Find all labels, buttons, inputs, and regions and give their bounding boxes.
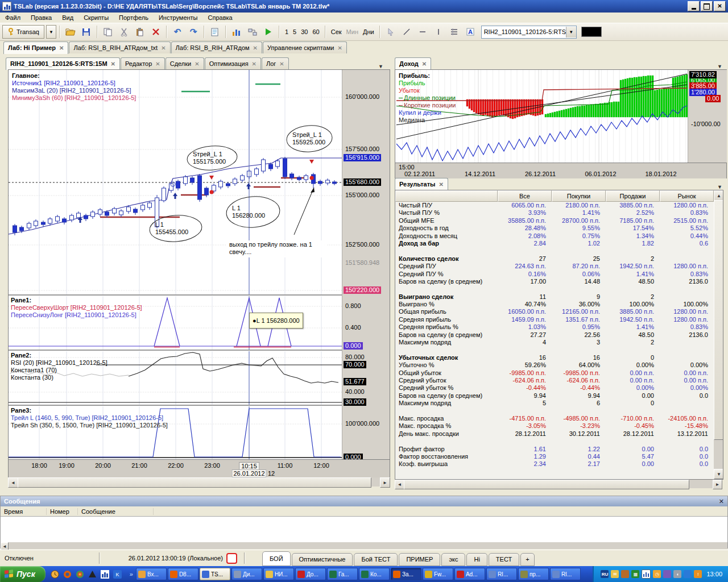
quick-launch-tslab-icon[interactable] (100, 569, 110, 579)
pane-separator[interactable] (9, 350, 390, 351)
undo-button[interactable]: ↶ (170, 24, 185, 39)
text-tool-button[interactable]: A (463, 24, 478, 39)
column-header-Все[interactable]: Все (498, 190, 552, 202)
close-icon[interactable]: ✕ (337, 45, 342, 51)
taskbar-button-1[interactable]: D8... (168, 568, 198, 580)
messages-column-1[interactable]: Номер (47, 508, 78, 515)
taskbar-button-0[interactable]: Вх... (136, 568, 167, 580)
table-row[interactable]: Средний убыток %-0.44%-0.44%0.00%0.00% (395, 384, 723, 392)
pane3-chart[interactable] (9, 405, 342, 459)
quick-launch-firefox-icon[interactable] (63, 569, 73, 579)
menu-item-5[interactable]: Инструменты (154, 13, 203, 22)
tray-sync-icon[interactable] (684, 570, 692, 578)
minimize-button[interactable] (688, 1, 700, 11)
agent-tab-5[interactable]: Hi (466, 553, 487, 566)
chevron-down-icon[interactable]: ▼ (374, 64, 388, 69)
delete-button[interactable] (148, 24, 163, 39)
agent-tab-6[interactable]: ТЕСТ (489, 553, 519, 566)
interval-button-30[interactable]: 30 (299, 27, 310, 36)
table-row[interactable]: Средний П/У224.63 п.п.87.20 п.п.1942.50 … (395, 263, 723, 270)
table-row[interactable]: Баров на сделку (в среднем)27.2722.5648.… (395, 331, 723, 339)
messages-column-2[interactable]: Сообщение (78, 508, 154, 515)
table-row[interactable]: Средний убыток-624.06 п.п.-624.06 п.п.0.… (395, 377, 723, 384)
results-vscrollbar[interactable]: ▲ ▼ (714, 190, 723, 479)
tab-results[interactable]: Результаты✕ (395, 178, 448, 190)
window-titlebar[interactable]: TSLab (версия 1.1.23.0:32bit) - D:\НЕ УД… (0, 0, 728, 13)
table-row[interactable]: Убыточных сделок16160 (395, 354, 723, 361)
close-icon[interactable]: ✕ (111, 61, 115, 67)
agent-tab-2[interactable]: Бой ТЕСТ (354, 553, 398, 566)
unit-button-0[interactable]: Сек (329, 27, 344, 36)
taskbar-button-5[interactable]: До... (295, 568, 326, 580)
run-button[interactable] (261, 24, 276, 39)
table-row[interactable]: Макс. просадка-4715.00 п.п.-4985.00 п.п.… (395, 415, 723, 422)
menu-item-3[interactable]: Скрипты (78, 13, 114, 22)
close-button[interactable]: ✕ (714, 1, 726, 11)
save-button[interactable] (79, 24, 94, 39)
tab-income[interactable]: Доход✕ (395, 57, 431, 70)
quick-launch-inkscape-icon[interactable] (88, 569, 98, 579)
cursor-tool-button[interactable] (383, 24, 398, 39)
symbol-combobox-arrow[interactable]: ▼ (566, 27, 576, 38)
table-gap-row[interactable] (395, 247, 723, 255)
chart-tab-2[interactable]: Сделки✕ (166, 57, 204, 69)
close-icon[interactable]: ✕ (422, 61, 427, 67)
table-row[interactable]: Максимум подряд560 (395, 400, 723, 407)
workspace-tab-3[interactable]: Управление скриптами✕ (263, 41, 347, 53)
taskbar-button-3[interactable]: Ди... (231, 568, 262, 580)
tray-clock-icon[interactable]: ◷ (653, 570, 661, 578)
open-button[interactable] (63, 24, 78, 39)
agent-tab-4[interactable]: экс (441, 553, 465, 566)
tray-messenger-icon[interactable] (663, 570, 671, 578)
paste-button[interactable] (133, 24, 147, 39)
chart-tab-1[interactable]: Редактор✕ (121, 57, 165, 69)
pane2-chart[interactable] (9, 350, 342, 405)
table-row[interactable]: Макс. просадка %-3.05%-3.23%-0.45%-15.48… (395, 422, 723, 430)
table-row[interactable]: Чистый П/У %3.93%1.41%2.52%0.83% (395, 209, 723, 217)
taskbar-button-13[interactable]: RI... (550, 568, 581, 580)
quick-launch-clock-icon[interactable] (50, 569, 60, 579)
column-header-label[interactable] (395, 190, 498, 202)
menu-item-4[interactable]: Портфель (114, 13, 154, 22)
symbol-combobox[interactable]: RIH2_110901_120126-5:RTS ▼ (481, 26, 577, 39)
record-icon[interactable] (226, 553, 237, 564)
unit-button-1[interactable]: Мин (344, 27, 361, 36)
agent-tab-3[interactable]: ПРИМЕР (399, 553, 440, 566)
table-row[interactable]: Выиграно сделок1192 (395, 293, 723, 301)
transaq-dropdown-button[interactable]: ▼ (46, 25, 56, 39)
table-row[interactable]: Средняя прибыль %1.03%0.95%1.41%0.83% (395, 323, 723, 331)
income-chart[interactable] (396, 70, 688, 163)
chart-tab-0[interactable]: RIH2_110901_120126-5:RTS:15M✕ (6, 57, 120, 70)
color-swatch[interactable] (581, 27, 602, 37)
close-icon[interactable]: ✕ (253, 45, 258, 51)
price-axis[interactable]: 160'000.000157'500.000156'915.000155'680… (342, 70, 390, 459)
menu-item-2[interactable]: Вид (57, 13, 78, 22)
results-hscrollbar[interactable]: ◄ ► (395, 480, 722, 488)
taskbar-button-11[interactable]: RI... (486, 568, 517, 580)
levels-tool-button[interactable] (447, 24, 462, 39)
taskbar-button-7[interactable]: Ко... (359, 568, 390, 580)
chart-tab-3[interactable]: Оптимизация✕ (205, 57, 261, 69)
language-indicator[interactable]: RU (601, 570, 609, 578)
workspace-tab-1[interactable]: Лаб: RSI_B_RIH_ATRдом_txt✕ (69, 41, 170, 53)
vline-tool-button[interactable] (431, 24, 446, 39)
script-blocks-button[interactable] (245, 24, 260, 39)
menu-item-1[interactable]: Правка (26, 13, 57, 22)
table-row[interactable]: Фактор восстановления1.290.445.470.0 (395, 453, 723, 460)
table-row[interactable]: Коэф. выигрыша2.342.170.000.0 (395, 460, 723, 468)
column-header-Рынок[interactable]: Рынок (660, 190, 714, 202)
chevron-down-icon[interactable]: ▼ (713, 184, 727, 190)
interval-button-5[interactable]: 5 (291, 27, 299, 36)
table-gap-row[interactable] (395, 285, 723, 293)
table-row[interactable]: Чистый П/У6065.00 п.п.2180.00 п.п.3885.0… (395, 202, 723, 209)
tray-update-icon[interactable] (621, 570, 629, 578)
table-row[interactable]: Доходность в год28.48%9.55%17.54%5.52% (395, 225, 723, 232)
close-icon[interactable]: ✕ (155, 61, 160, 67)
agent-tab-0[interactable]: БОЙ (262, 551, 291, 566)
table-row[interactable]: Баров на сделку (в среднем)9.949.940.000… (395, 392, 723, 400)
main-price-chart[interactable]: Sтрей_L 1155925.000Sтрей_L 1155175.000L … (9, 70, 342, 294)
agent-tab-7[interactable]: + (520, 553, 534, 566)
menu-item-6[interactable]: Справка (203, 13, 238, 22)
table-row[interactable]: Средний П/У %0.16%0.06%1.41%0.83% (395, 271, 723, 278)
close-icon[interactable]: ✕ (719, 498, 724, 505)
